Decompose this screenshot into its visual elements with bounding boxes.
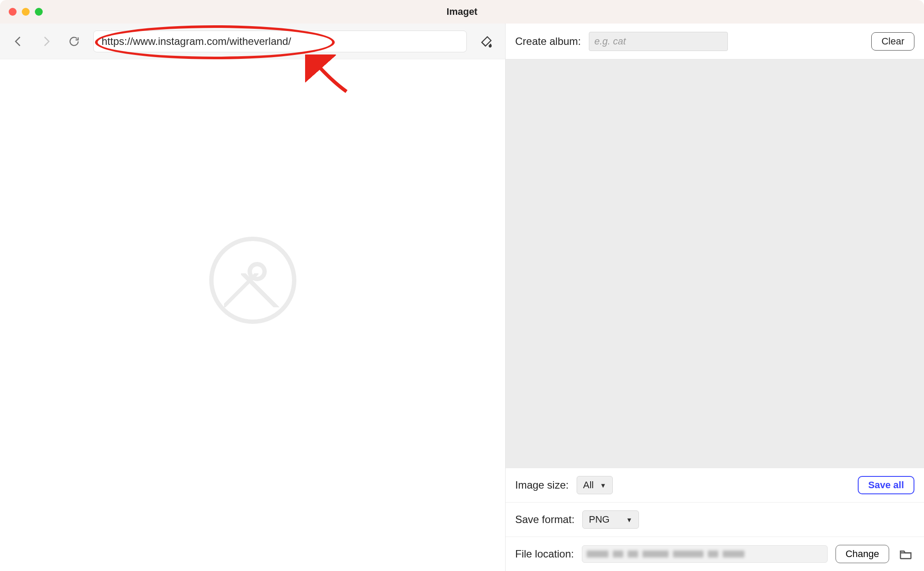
image-size-value: All bbox=[583, 479, 594, 491]
browser-pane bbox=[0, 24, 506, 571]
arrow-right-icon bbox=[40, 35, 53, 48]
save-format-select[interactable]: PNG ▼ bbox=[582, 510, 639, 529]
clear-highlights-button[interactable] bbox=[477, 32, 496, 51]
reload-button[interactable] bbox=[65, 33, 83, 50]
file-location-field[interactable] bbox=[582, 545, 828, 563]
file-location-label: File location: bbox=[515, 548, 574, 560]
clear-button[interactable]: Clear bbox=[871, 32, 914, 51]
titlebar: Imaget bbox=[0, 0, 924, 24]
save-format-label: Save format: bbox=[515, 513, 574, 526]
arrow-left-icon bbox=[12, 35, 25, 48]
album-bar: Create album: Clear bbox=[506, 24, 924, 59]
back-button[interactable] bbox=[10, 33, 27, 50]
minimize-window-button[interactable] bbox=[22, 8, 30, 16]
downloader-pane: Create album: Clear Image size: All ▼ Sa… bbox=[506, 24, 924, 571]
save-format-value: PNG bbox=[589, 514, 610, 525]
image-size-select[interactable]: All ▼ bbox=[577, 476, 613, 494]
close-window-button[interactable] bbox=[9, 8, 17, 16]
image-placeholder-icon bbox=[209, 237, 296, 324]
file-location-row: File location: Change bbox=[506, 537, 924, 571]
folder-icon bbox=[899, 547, 913, 561]
album-name-input[interactable] bbox=[589, 32, 728, 51]
content-split: Create album: Clear Image size: All ▼ Sa… bbox=[0, 24, 924, 571]
app-window: Imaget bbox=[0, 0, 924, 571]
chevron-down-icon: ▼ bbox=[600, 482, 606, 489]
image-size-label: Image size: bbox=[515, 479, 569, 491]
traffic-lights bbox=[9, 8, 43, 16]
url-input[interactable] bbox=[93, 31, 467, 52]
download-options: Image size: All ▼ Save all Save format: … bbox=[506, 468, 924, 571]
paint-bucket-icon bbox=[479, 34, 494, 49]
zoom-window-button[interactable] bbox=[35, 8, 43, 16]
save-all-button[interactable]: Save all bbox=[858, 476, 914, 494]
image-grid-empty bbox=[506, 59, 924, 468]
open-folder-button[interactable] bbox=[897, 545, 914, 563]
image-size-row: Image size: All ▼ Save all bbox=[506, 468, 924, 502]
save-format-row: Save format: PNG ▼ bbox=[506, 502, 924, 537]
forward-button[interactable] bbox=[37, 33, 55, 50]
reload-icon bbox=[68, 35, 80, 48]
browser-nav-bar bbox=[0, 24, 505, 59]
window-title: Imaget bbox=[447, 6, 478, 17]
browser-viewport[interactable] bbox=[0, 59, 505, 571]
chevron-down-icon: ▼ bbox=[626, 516, 632, 523]
file-location-redacted bbox=[587, 548, 823, 560]
change-location-button[interactable]: Change bbox=[836, 545, 889, 563]
create-album-label: Create album: bbox=[515, 35, 581, 48]
